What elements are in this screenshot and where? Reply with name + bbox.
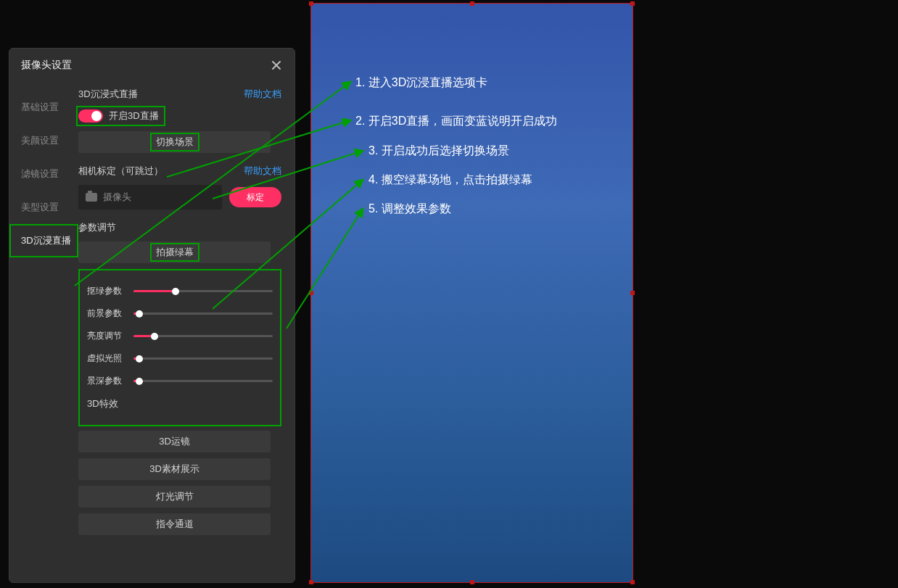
camera-select[interactable]: 摄像头 [78,185,222,210]
annotation-text: 1. 进入3D沉浸直播选项卡 [355,75,487,91]
slider-virtual-light[interactable] [133,357,273,360]
tab-3d-immersive[interactable]: 3D沉浸直播 [9,224,78,257]
camera-settings-dialog: 摄像头设置 基础设置 美颜设置 滤镜设置 美型设置 3D沉浸直播 3D沉浸式直播… [9,48,295,583]
resize-handle[interactable] [470,1,474,6]
resize-handle[interactable] [630,580,635,584]
toggle-3d-label: 开启3D直播 [109,109,159,123]
slider-label: 虚拟光照 [87,352,128,365]
fx-lighting-button[interactable]: 灯光调节 [78,486,271,508]
slider-label: 亮度调节 [87,330,128,342]
slider-label: 抠绿参数 [87,285,128,297]
fx-command-button[interactable]: 指令通道 [78,513,271,535]
tab-beauty[interactable]: 美颜设置 [9,124,78,157]
annotation-text: 3. 开启成功后选择切换场景 [368,144,509,159]
param-box: 抠绿参数 前景参数 亮度调节 虚拟光照 景深参数 [78,269,281,426]
fx-3d-camera-button[interactable]: 3D运镜 [78,431,271,452]
capture-greenscreen-label: 拍摄绿幕 [150,243,199,262]
section-3d-label: 3D沉浸式直播 [78,88,138,101]
help-link[interactable]: 帮助文档 [244,88,281,101]
annotation-text: 4. 搬空绿幕场地，点击拍摄绿幕 [368,173,532,188]
resize-handle[interactable] [630,291,635,295]
resize-handle[interactable] [309,580,313,584]
resize-handle[interactable] [630,1,635,6]
switch-scene-label: 切换场景 [150,133,199,152]
tab-filter[interactable]: 滤镜设置 [9,157,78,191]
help-link[interactable]: 帮助文档 [244,165,281,178]
tab-shape[interactable]: 美型设置 [9,191,78,224]
slider-chroma[interactable] [133,290,273,292]
fx-label: 3D特效 [87,397,273,410]
camera-icon [86,193,97,202]
settings-tabs: 基础设置 美颜设置 滤镜设置 美型设置 3D沉浸直播 [9,76,78,541]
annotation-text: 5. 调整效果参数 [368,202,451,217]
close-icon[interactable] [270,59,283,72]
settings-content: 3D沉浸式直播 帮助文档 开启3D直播 切换场景 相机标定（可跳过） 帮助文档 … [78,76,294,541]
camera-placeholder: 摄像头 [103,191,131,204]
dialog-title: 摄像头设置 [21,59,72,72]
slider-foreground[interactable] [133,312,273,315]
resize-handle[interactable] [470,580,474,584]
switch-scene-button[interactable]: 切换场景 [78,131,271,153]
toggle-3d-switch[interactable] [78,109,103,123]
slider-label: 前景参数 [87,307,128,320]
calibrate-button[interactable]: 标定 [229,187,281,207]
slider-depth[interactable] [133,380,273,382]
tab-basic[interactable]: 基础设置 [9,91,78,124]
fx-3d-material-button[interactable]: 3D素材展示 [78,458,271,480]
annotation-text: 2. 开启3D直播，画面变蓝说明开启成功 [355,114,557,129]
calib-label: 相机标定（可跳过） [78,165,163,178]
slider-brightness[interactable] [133,335,273,337]
resize-handle[interactable] [309,291,313,295]
resize-handle[interactable] [309,1,313,6]
param-label: 参数调节 [78,221,116,234]
capture-greenscreen-button[interactable]: 拍摄绿幕 [78,241,271,263]
slider-label: 景深参数 [87,375,128,387]
